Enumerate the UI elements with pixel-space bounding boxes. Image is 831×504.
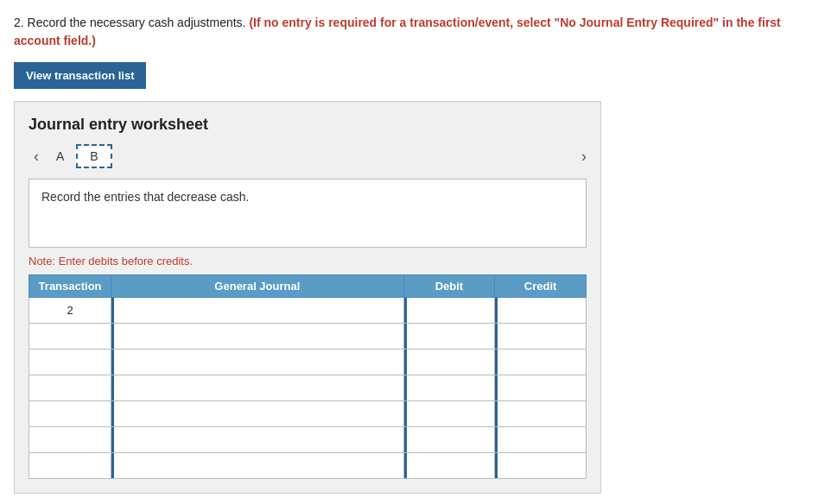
general-journal-cell[interactable] [111, 401, 403, 427]
credit-cell[interactable] [495, 375, 587, 401]
col-header-credit: Credit [495, 275, 587, 298]
general-journal-cell[interactable] [111, 350, 403, 375]
table-row [29, 350, 587, 375]
table-row [29, 375, 587, 401]
debit-input[interactable] [408, 350, 492, 375]
credit-cell[interactable] [495, 453, 587, 479]
credit-input[interactable] [498, 453, 582, 478]
credit-input[interactable] [498, 427, 582, 452]
tab-b[interactable]: B [76, 144, 111, 168]
general-journal-cell[interactable] [111, 453, 403, 479]
col-header-transaction: Transaction [29, 275, 111, 298]
transaction-cell [29, 453, 111, 479]
credit-cell[interactable] [495, 324, 587, 350]
credit-input[interactable] [498, 324, 582, 349]
debit-cell[interactable] [403, 298, 495, 324]
table-row [29, 453, 587, 479]
journal-entry-worksheet: Journal entry worksheet ‹ A B › Record t… [14, 101, 601, 494]
note-text: Note: Enter debits before credits. [29, 255, 587, 268]
debit-input[interactable] [408, 427, 492, 452]
general-journal-cell[interactable] [111, 298, 403, 324]
tab-prev-button[interactable]: ‹ [29, 148, 44, 166]
table-row [29, 324, 587, 350]
tabs-row: ‹ A B › [29, 144, 587, 168]
general-journal-cell[interactable] [111, 427, 403, 453]
instruction-number: 2. [14, 16, 24, 29]
table-row [29, 401, 587, 427]
transaction-cell [29, 401, 111, 427]
credit-input[interactable] [498, 298, 582, 323]
transaction-cell [29, 324, 111, 350]
credit-cell[interactable] [495, 427, 587, 453]
general-journal-input[interactable] [115, 453, 399, 478]
credit-input[interactable] [498, 375, 582, 400]
general-journal-input[interactable] [115, 375, 399, 400]
debit-cell[interactable] [403, 324, 495, 350]
col-header-general-journal: General Journal [111, 275, 403, 298]
journal-table: Transaction General Journal Debit Credit… [29, 274, 587, 479]
debit-cell[interactable] [403, 427, 495, 453]
debit-cell[interactable] [403, 350, 495, 375]
transaction-cell: 2 [29, 298, 111, 324]
general-journal-cell[interactable] [111, 324, 403, 350]
general-journal-cell[interactable] [111, 375, 403, 401]
credit-cell[interactable] [495, 298, 587, 324]
description-box: Record the entries that decrease cash. [29, 179, 587, 248]
instruction-text-plain: Record the necessary cash adjustments. [28, 16, 246, 29]
general-journal-input[interactable] [115, 324, 399, 349]
table-row [29, 427, 587, 453]
debit-input[interactable] [408, 453, 492, 478]
general-journal-input[interactable] [115, 401, 399, 426]
credit-cell[interactable] [495, 350, 587, 375]
debit-input[interactable] [408, 401, 492, 426]
transaction-cell [29, 427, 111, 453]
debit-input[interactable] [408, 324, 492, 349]
instructions: 2. Record the necessary cash adjustments… [14, 14, 817, 50]
general-journal-input[interactable] [115, 350, 399, 375]
col-header-debit: Debit [403, 275, 495, 298]
debit-cell[interactable] [403, 401, 495, 427]
transaction-cell [29, 375, 111, 401]
credit-input[interactable] [498, 401, 582, 426]
tab-a[interactable]: A [44, 146, 76, 167]
debit-input[interactable] [408, 298, 492, 323]
general-journal-input[interactable] [115, 298, 399, 323]
general-journal-input[interactable] [115, 427, 399, 452]
credit-cell[interactable] [495, 401, 587, 427]
debit-cell[interactable] [403, 375, 495, 401]
debit-input[interactable] [408, 375, 492, 400]
transaction-cell [29, 350, 111, 375]
tab-next-button[interactable]: › [581, 148, 587, 166]
credit-input[interactable] [498, 350, 582, 375]
table-row: 2 [29, 298, 587, 324]
debit-cell[interactable] [403, 453, 495, 479]
description-text: Record the entries that decrease cash. [41, 190, 249, 204]
worksheet-title: Journal entry worksheet [29, 116, 587, 134]
view-transaction-list-button[interactable]: View transaction list [14, 62, 146, 89]
